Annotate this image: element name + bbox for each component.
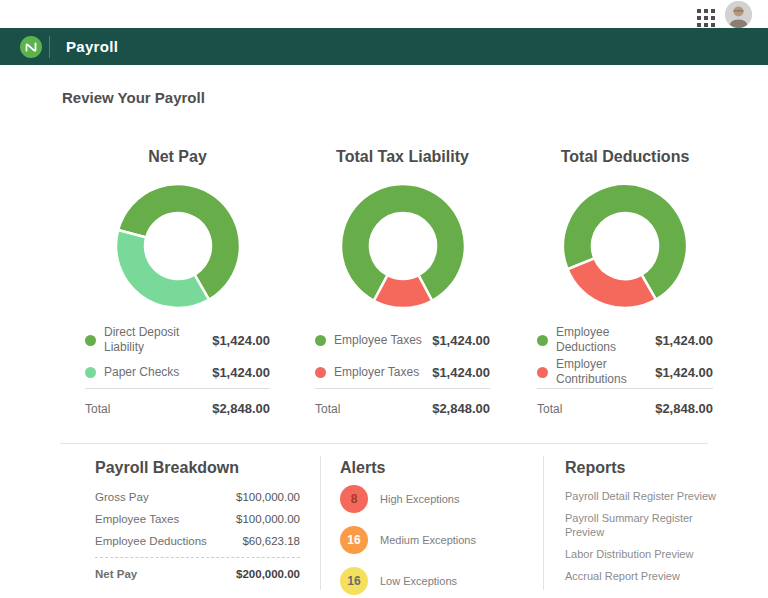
netchex-logo-icon bbox=[20, 36, 42, 58]
avatar-photo bbox=[725, 1, 752, 28]
payroll-dashboard: Payroll Review Your Payroll Net Pay Dire… bbox=[0, 0, 768, 598]
legend-value: $1,424.00 bbox=[432, 365, 490, 380]
breakdown-row: Employee Taxes $100,000.00 bbox=[95, 513, 300, 525]
app-header-bar: Payroll bbox=[0, 28, 768, 65]
legend-item: Direct Deposit Liability $1,424.00 bbox=[85, 324, 270, 356]
legend-color-dot bbox=[537, 335, 548, 346]
alerts-panel: Alerts 8 High Exceptions 16 Medium Excep… bbox=[340, 459, 530, 598]
payroll-breakdown-panel: Payroll Breakdown Gross Pay $100,000.00 … bbox=[95, 459, 300, 580]
alert-low-exceptions[interactable]: 16 Low Exceptions bbox=[340, 567, 530, 595]
legend-color-dot bbox=[315, 367, 326, 378]
legend-color-dot bbox=[315, 335, 326, 346]
alert-count-badge: 8 bbox=[340, 485, 368, 513]
legend-total-row: Total $2,848.00 bbox=[537, 388, 713, 416]
breakdown-row: Employee Deductions $60,623.18 bbox=[95, 535, 300, 547]
alert-label: Medium Exceptions bbox=[380, 534, 476, 546]
panel-title: Alerts bbox=[340, 459, 530, 477]
panel-title: Reports bbox=[565, 459, 730, 477]
user-avatar[interactable] bbox=[725, 1, 752, 28]
legend-label: Paper Checks bbox=[104, 365, 204, 380]
tax-liability-donut-chart bbox=[337, 180, 469, 312]
legend-item: Employer Contributions $1,424.00 bbox=[537, 356, 713, 388]
legend-value: $1,424.00 bbox=[655, 365, 713, 380]
total-label: Total bbox=[315, 402, 340, 416]
breakdown-value: $60,623.18 bbox=[242, 535, 300, 547]
legend-total-row: Total $2,848.00 bbox=[315, 388, 490, 416]
top-utility-bar bbox=[0, 0, 768, 28]
header-divider bbox=[49, 36, 50, 58]
legend-value: $1,424.00 bbox=[212, 333, 270, 348]
breakdown-value: $100,000.00 bbox=[236, 513, 300, 525]
report-link-payroll-summary[interactable]: Payroll Summary Register Preview bbox=[565, 511, 730, 539]
net-pay-donut-chart bbox=[112, 180, 244, 312]
total-value: $2,848.00 bbox=[212, 401, 270, 416]
breakdown-row: Gross Pay $100,000.00 bbox=[95, 491, 300, 503]
panel-divider bbox=[320, 456, 321, 590]
legend-color-dot bbox=[85, 335, 96, 346]
legend-value: $1,424.00 bbox=[432, 333, 490, 348]
net-pay-chart-card: Net Pay Direct Deposit Liability $1,424.… bbox=[85, 148, 270, 416]
page-title: Review Your Payroll bbox=[62, 89, 205, 106]
deductions-donut-chart bbox=[559, 180, 691, 312]
legend-total-row: Total $2,848.00 bbox=[85, 388, 270, 416]
legend-color-dot bbox=[537, 367, 548, 378]
legend-item: Employee Taxes $1,424.00 bbox=[315, 324, 490, 356]
legend-label: Employer Contributions bbox=[556, 357, 647, 387]
total-label: Total bbox=[537, 402, 562, 416]
app-title: Payroll bbox=[58, 38, 118, 55]
total-label: Total bbox=[85, 402, 110, 416]
breakdown-total-value: $200,000.00 bbox=[236, 568, 300, 580]
legend-item: Employee Deductions $1,424.00 bbox=[537, 324, 713, 356]
panel-title: Payroll Breakdown bbox=[95, 459, 300, 477]
legend-color-dot bbox=[85, 367, 96, 378]
legend-label: Employee Deductions bbox=[556, 325, 647, 355]
alert-medium-exceptions[interactable]: 16 Medium Exceptions bbox=[340, 526, 530, 554]
breakdown-label: Employee Deductions bbox=[95, 535, 207, 547]
report-link-labor-distribution[interactable]: Labor Distribution Preview bbox=[565, 547, 730, 561]
alert-high-exceptions[interactable]: 8 High Exceptions bbox=[340, 485, 530, 513]
alert-count-badge: 16 bbox=[340, 526, 368, 554]
net-pay-legend: Direct Deposit Liability $1,424.00 Paper… bbox=[85, 324, 270, 416]
breakdown-label: Gross Pay bbox=[95, 491, 149, 503]
alert-count-badge: 16 bbox=[340, 567, 368, 595]
legend-label: Direct Deposit Liability bbox=[104, 325, 204, 355]
tax-liability-chart-card: Total Tax Liability Employee Taxes $1,42… bbox=[315, 148, 490, 416]
legend-value: $1,424.00 bbox=[212, 365, 270, 380]
tax-liability-legend: Employee Taxes $1,424.00 Employer Taxes … bbox=[315, 324, 490, 416]
breakdown-value: $100,000.00 bbox=[236, 491, 300, 503]
legend-value: $1,424.00 bbox=[655, 333, 713, 348]
chart-title: Total Tax Liability bbox=[315, 148, 490, 166]
report-link-accrual[interactable]: Accrual Report Preview bbox=[565, 569, 730, 583]
legend-label: Employee Taxes bbox=[334, 333, 424, 348]
chart-title: Net Pay bbox=[85, 148, 270, 166]
panel-divider bbox=[543, 456, 544, 590]
breakdown-total-label: Net Pay bbox=[95, 568, 137, 580]
legend-item: Employer Taxes $1,424.00 bbox=[315, 356, 490, 388]
total-value: $2,848.00 bbox=[655, 401, 713, 416]
section-divider bbox=[60, 443, 708, 444]
breakdown-label: Employee Taxes bbox=[95, 513, 179, 525]
breakdown-total-row: Net Pay $200,000.00 bbox=[95, 558, 300, 580]
legend-label: Employer Taxes bbox=[334, 365, 424, 380]
total-value: $2,848.00 bbox=[432, 401, 490, 416]
chart-title: Total Deductions bbox=[537, 148, 713, 166]
report-link-payroll-detail[interactable]: Payroll Detail Register Preview bbox=[565, 489, 730, 503]
deductions-legend: Employee Deductions $1,424.00 Employer C… bbox=[537, 324, 713, 416]
reports-panel: Reports Payroll Detail Register Preview … bbox=[565, 459, 730, 591]
alert-label: Low Exceptions bbox=[380, 575, 457, 587]
apps-grid-icon[interactable] bbox=[697, 9, 715, 27]
legend-item: Paper Checks $1,424.00 bbox=[85, 356, 270, 388]
alert-label: High Exceptions bbox=[380, 493, 460, 505]
deductions-chart-card: Total Deductions Employee Deductions $1,… bbox=[537, 148, 713, 416]
